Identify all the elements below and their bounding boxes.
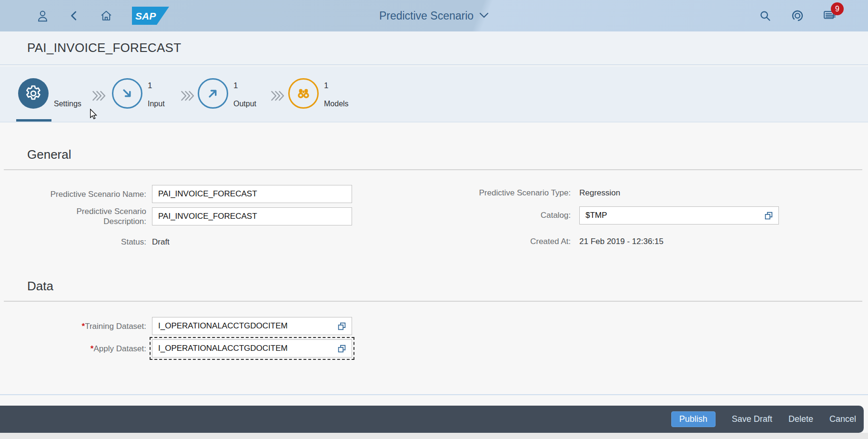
shell-left-actions: SAP — [36, 0, 169, 31]
output-step-circle[interactable] — [198, 78, 228, 109]
type-label: Predictive Scenario Type: — [424, 188, 571, 198]
catalog-field — [579, 206, 779, 225]
divider — [4, 301, 862, 302]
sap-logo: SAP — [132, 7, 169, 25]
cancel-button[interactable]: Cancel — [829, 414, 856, 424]
type-value: Regression — [579, 188, 620, 198]
models-step-circle[interactable] — [288, 78, 319, 109]
settings-step-count — [54, 81, 81, 91]
arrow-down-right-icon — [120, 86, 134, 101]
flow-step-models[interactable]: 1 Models — [288, 78, 349, 110]
arrow-up-right-icon — [206, 86, 220, 101]
shell-bar: SAP Predictive Scenario — [0, 0, 868, 31]
output-step-count: 1 — [233, 81, 256, 91]
type-row: Predictive Scenario Type: Regression — [424, 188, 620, 198]
description-row: Predictive Scenario Description: — [0, 206, 352, 226]
shell-right-actions: 9 — [759, 0, 837, 31]
input-step-count: 1 — [148, 81, 165, 91]
back-icon[interactable] — [68, 10, 81, 22]
training-dataset-field — [152, 317, 352, 335]
shell-title-menu[interactable]: Predictive Scenario — [379, 0, 489, 31]
created-at-row: Created At: 21 Feb 2019 - 12:36:15 — [424, 237, 664, 246]
name-label: Predictive Scenario Name: — [0, 189, 146, 199]
catalog-label: Catalog: — [424, 211, 571, 220]
active-step-indicator — [16, 119, 51, 122]
binoculars-icon — [296, 86, 311, 101]
description-label: Predictive Scenario Description: — [0, 206, 146, 226]
flow-connector-icon — [92, 90, 106, 102]
process-flow: Settings 1 Input — [0, 66, 868, 123]
output-step-label: Output — [233, 100, 256, 108]
apply-dataset-row: *Apply Dataset: — [0, 339, 352, 357]
name-row: Predictive Scenario Name: — [0, 185, 352, 203]
page-title: PAI_INVOICE_FORECAST — [27, 41, 181, 55]
settings-step-circle[interactable] — [18, 78, 49, 109]
status-row: Status: Draft — [0, 237, 170, 247]
notifications-icon[interactable]: 9 — [823, 9, 837, 22]
copilot-icon[interactable] — [791, 9, 804, 22]
flow-step-input[interactable]: 1 Input — [112, 78, 165, 110]
catalog-row: Catalog: — [424, 206, 779, 225]
created-at-value: 21 Feb 2019 - 12:36:15 — [579, 237, 664, 246]
publish-button[interactable]: Publish — [671, 411, 716, 427]
delete-button[interactable]: Delete — [788, 414, 813, 424]
flow-step-output[interactable]: 1 Output — [198, 78, 256, 110]
predictive-scenario-screen: SAP Predictive Scenario — [0, 0, 868, 439]
models-step-label: Models — [324, 100, 349, 108]
training-dataset-label: *Training Dataset: — [0, 321, 146, 331]
value-help-icon[interactable] — [332, 340, 352, 357]
input-step-label: Input — [148, 100, 165, 108]
created-at-label: Created At: — [424, 237, 571, 246]
flow-connector-icon — [181, 90, 195, 102]
search-icon[interactable] — [759, 10, 772, 22]
home-icon[interactable] — [100, 9, 113, 22]
gear-icon — [24, 84, 42, 102]
models-step-count: 1 — [324, 81, 349, 91]
input-step-circle[interactable] — [112, 78, 142, 109]
settings-step-label: Settings — [54, 100, 81, 108]
value-help-icon[interactable] — [758, 207, 778, 224]
chevron-down-icon — [479, 12, 489, 19]
settings-content: General Predictive Scenario Name: Predic… — [0, 123, 868, 439]
save-draft-button[interactable]: Save Draft — [732, 414, 772, 424]
divider — [4, 169, 862, 170]
status-value: Draft — [152, 237, 170, 247]
training-dataset-row: *Training Dataset: — [0, 317, 352, 335]
status-label: Status: — [0, 237, 146, 247]
flow-connector-icon — [271, 90, 285, 102]
window-bottom-strip — [0, 433, 868, 439]
data-section-heading: Data — [27, 279, 53, 294]
description-input[interactable] — [152, 207, 352, 225]
catalog-input[interactable] — [580, 207, 758, 224]
divider — [0, 394, 868, 395]
person-icon[interactable] — [36, 10, 49, 22]
shell-title-text: Predictive Scenario — [379, 10, 474, 22]
training-dataset-input[interactable] — [152, 317, 332, 335]
flow-step-settings[interactable]: Settings — [18, 78, 81, 110]
name-input[interactable] — [152, 185, 352, 203]
apply-dataset-label: *Apply Dataset: — [0, 344, 146, 354]
value-help-icon[interactable] — [332, 317, 352, 335]
svg-text:SAP: SAP — [135, 10, 156, 21]
general-section-heading: General — [27, 147, 71, 162]
apply-dataset-input[interactable] — [152, 340, 332, 357]
apply-dataset-field — [152, 339, 352, 357]
page-title-bar: PAI_INVOICE_FORECAST — [0, 31, 868, 65]
footer-bar: Publish Save Draft Delete Cancel — [0, 406, 864, 433]
notification-badge: 9 — [831, 2, 844, 15]
